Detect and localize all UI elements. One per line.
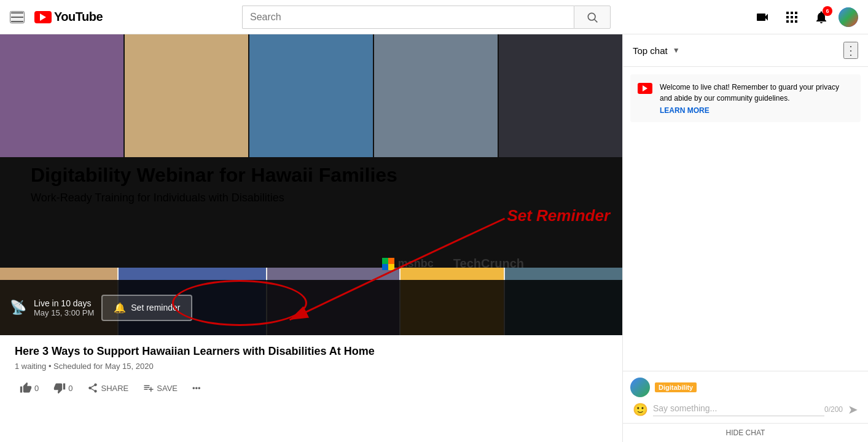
svg-rect-14 bbox=[388, 264, 394, 270]
digitability-badge: Digitability bbox=[655, 382, 697, 392]
search-bar bbox=[242, 6, 611, 29]
apps-button[interactable] bbox=[780, 5, 804, 29]
share-label: SHARE bbox=[101, 384, 128, 393]
dislike-count: 0 bbox=[68, 384, 72, 393]
header: YouTube 6 bbox=[0, 0, 868, 34]
chat-avatar bbox=[630, 378, 650, 397]
video-area: Digitability Webinar for Hawaii Families… bbox=[0, 34, 622, 442]
set-reminder-annotation: Set Reminder bbox=[507, 206, 610, 225]
set-reminder-button[interactable]: 🔔 Set reminder bbox=[101, 295, 192, 321]
svg-rect-2 bbox=[786, 12, 789, 14]
thumb-4 bbox=[374, 34, 498, 157]
header-right: 6 bbox=[750, 5, 858, 29]
search-icon bbox=[586, 11, 598, 23]
welcome-text: Welcome to live chat! Remember to guard … bbox=[660, 83, 839, 103]
svg-rect-7 bbox=[795, 16, 797, 18]
svg-rect-10 bbox=[795, 20, 797, 23]
video-actions: 0 0 SHARE S bbox=[15, 378, 608, 398]
youtube-wordmark: YouTube bbox=[54, 10, 103, 24]
svg-rect-4 bbox=[795, 12, 797, 14]
bell-reminder-icon: 🔔 bbox=[114, 302, 126, 314]
emoji-button[interactable]: 🙂 bbox=[633, 402, 648, 417]
avatar-image bbox=[839, 7, 858, 27]
chat-input[interactable]: Say something... bbox=[653, 403, 824, 416]
save-icon bbox=[143, 382, 154, 394]
video-meta: 1 waiting • Scheduled for May 15, 2020 bbox=[15, 362, 608, 371]
msnbc-icon bbox=[382, 258, 394, 270]
youtube-icon bbox=[34, 11, 52, 23]
brand-logos: msnbc TechCrunch bbox=[382, 257, 524, 271]
svg-rect-5 bbox=[786, 16, 789, 18]
search-input[interactable] bbox=[242, 6, 574, 29]
notifications-button[interactable]: 6 bbox=[809, 5, 834, 29]
dislike-button[interactable]: 0 bbox=[49, 378, 77, 398]
chat-header: Top chat ▼ ⋮ bbox=[623, 34, 868, 67]
upload-button[interactable] bbox=[750, 5, 775, 29]
share-icon bbox=[87, 382, 98, 394]
svg-rect-11 bbox=[382, 258, 388, 264]
chat-user-row: Digitability bbox=[630, 378, 861, 397]
like-count: 0 bbox=[34, 384, 39, 393]
thumbnail-collage bbox=[0, 34, 622, 157]
thumb-up-icon bbox=[20, 382, 32, 394]
svg-rect-13 bbox=[382, 264, 388, 270]
notification-badge: 6 bbox=[823, 6, 832, 16]
live-status: Live in 10 days bbox=[34, 298, 94, 308]
chat-panel: Top chat ▼ ⋮ Welcome to live chat! Remem… bbox=[622, 34, 868, 442]
search-button[interactable] bbox=[574, 6, 611, 29]
like-button[interactable]: 0 bbox=[15, 378, 44, 398]
svg-rect-3 bbox=[791, 12, 793, 14]
avatar[interactable] bbox=[839, 7, 858, 27]
char-count: 0/200 bbox=[824, 405, 843, 414]
svg-rect-6 bbox=[791, 16, 793, 18]
video-thumbnail: Digitability Webinar for Hawaii Families… bbox=[0, 34, 622, 335]
video-info: Here 3 Ways to Support Hawaiian Learners… bbox=[0, 335, 622, 408]
save-label: SAVE bbox=[157, 384, 178, 393]
svg-line-1 bbox=[595, 19, 598, 22]
svg-rect-9 bbox=[791, 20, 793, 23]
video-big-subtitle: Work-Ready Training for Individuals with… bbox=[31, 192, 397, 204]
thumb-2 bbox=[125, 34, 248, 157]
video-text-overlay: Digitability Webinar for Hawaii Families… bbox=[31, 163, 397, 204]
thumb-down-icon bbox=[53, 382, 66, 394]
more-icon: ••• bbox=[192, 384, 201, 393]
video-main-title: Here 3 Ways to Support Hawaiian Learners… bbox=[15, 345, 608, 358]
video-big-title: Digitability Webinar for Hawaii Families bbox=[31, 163, 397, 187]
send-button[interactable]: ➤ bbox=[848, 402, 858, 417]
save-button[interactable]: SAVE bbox=[138, 379, 182, 397]
chevron-down-icon: ▼ bbox=[673, 46, 680, 55]
main-container: Digitability Webinar for Hawaii Families… bbox=[0, 34, 868, 442]
more-button[interactable]: ••• bbox=[187, 380, 206, 397]
menu-button[interactable] bbox=[10, 11, 25, 23]
chat-input-area: Digitability 🙂 Say something... 0/200 ➤ bbox=[623, 371, 868, 423]
msnbc-logo: msnbc bbox=[382, 257, 434, 270]
chat-more-button[interactable]: ⋮ bbox=[843, 42, 858, 59]
chat-messages bbox=[623, 130, 868, 371]
chat-title: Top chat bbox=[633, 45, 668, 56]
header-left: YouTube bbox=[10, 10, 103, 24]
chat-dropdown-trigger[interactable]: Top chat ▼ bbox=[633, 45, 680, 56]
welcome-content: Welcome to live chat! Remember to guard … bbox=[660, 82, 853, 115]
thumb-3 bbox=[249, 34, 373, 157]
grid-icon bbox=[784, 10, 799, 25]
live-broadcast-icon: 📡 bbox=[10, 300, 26, 316]
svg-point-0 bbox=[588, 13, 595, 20]
thumb-5 bbox=[499, 34, 622, 157]
thumb-1 bbox=[0, 34, 123, 157]
msnbc-text: msnbc bbox=[398, 257, 434, 270]
learn-more-link[interactable]: LEARN MORE bbox=[660, 106, 853, 115]
reminder-button-label: Set reminder bbox=[131, 303, 180, 312]
chat-input-row: 🙂 Say something... 0/200 ➤ bbox=[630, 402, 861, 417]
svg-rect-8 bbox=[786, 20, 789, 23]
youtube-logo[interactable]: YouTube bbox=[34, 10, 103, 24]
live-date: May 15, 3:00 PM bbox=[34, 308, 94, 317]
svg-rect-12 bbox=[388, 258, 394, 264]
live-bar: 📡 Live in 10 days May 15, 3:00 PM 🔔 Set … bbox=[0, 280, 622, 335]
share-button[interactable]: SHARE bbox=[82, 379, 133, 397]
video-camera-icon bbox=[755, 10, 770, 25]
techcrunch-text: TechCrunch bbox=[453, 257, 524, 271]
chat-welcome-message: Welcome to live chat! Remember to guard … bbox=[630, 74, 861, 122]
live-info: Live in 10 days May 15, 3:00 PM bbox=[34, 298, 94, 317]
youtube-small-icon bbox=[638, 83, 652, 94]
hide-chat-button[interactable]: HIDE CHAT bbox=[623, 423, 868, 442]
